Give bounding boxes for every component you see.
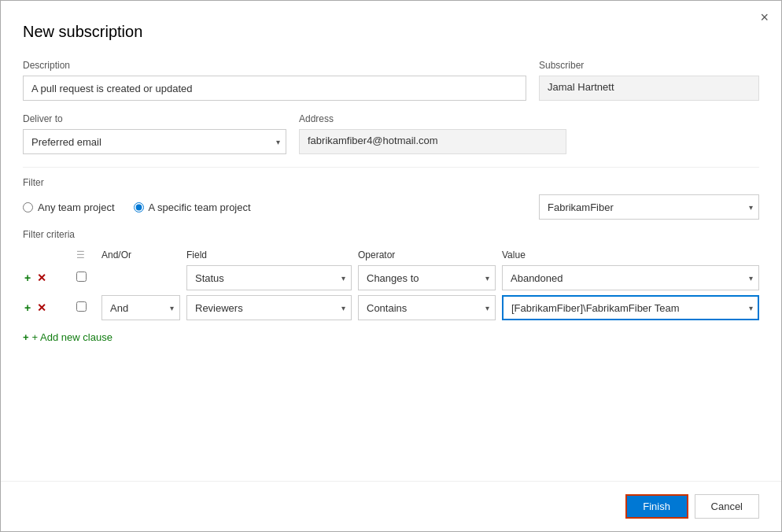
address-value: fabrikamfiber4@hotmail.com [299, 129, 566, 154]
subscriber-value: Jamal Hartnett [539, 76, 759, 101]
filter-label: Filter [23, 177, 759, 188]
dialog-title: New subscription [23, 23, 759, 41]
finish-button[interactable]: Finish [625, 494, 688, 519]
specific-team-project-option[interactable]: A specific team project [134, 201, 251, 213]
value-select-2[interactable]: [FabrikamFiber]\FabrikamFiber Team [502, 295, 759, 320]
row-1-checkbox[interactable] [76, 272, 87, 282]
operator-select-1[interactable]: Changes to Contains Equals [358, 265, 496, 290]
any-team-project-option[interactable]: Any team project [23, 201, 115, 213]
drag-icon: ☰ [76, 249, 85, 260]
add-row-1-button[interactable]: + [23, 272, 32, 283]
add-new-clause-button[interactable]: + + Add new clause [23, 328, 113, 346]
new-subscription-dialog: × New subscription Description Subscribe… [0, 0, 782, 532]
delete-row-1-button[interactable]: ✕ [35, 272, 48, 283]
andor-header: And/Or [101, 249, 180, 260]
deliver-to-select[interactable]: Preferred email SOAP Email [23, 129, 286, 154]
value-select-1[interactable]: Abandoned Active Completed [502, 265, 759, 290]
value-header: Value [502, 249, 759, 260]
add-row-2-button[interactable]: + [23, 302, 32, 313]
subscriber-label: Subscriber [539, 60, 759, 71]
andor-select-2[interactable]: And Or [101, 295, 180, 320]
operator-header: Operator [358, 249, 496, 260]
filter-criteria-label: Filter criteria [23, 229, 759, 240]
deliver-to-label: Deliver to [23, 113, 286, 124]
close-button[interactable]: × [760, 10, 769, 24]
cancel-button[interactable]: Cancel [695, 494, 759, 519]
project-select[interactable]: FabrikamFiber FabrikamFiber2 [539, 194, 759, 220]
operator-select-2[interactable]: Contains Changes to Equals [358, 295, 496, 320]
criteria-row-2: + ✕ And Or ▾ Reviewers [23, 295, 759, 320]
description-input[interactable] [23, 76, 526, 101]
dialog-footer: Finish Cancel [1, 481, 781, 531]
row-2-checkbox[interactable] [76, 301, 87, 312]
specific-team-project-label: A specific team project [149, 201, 251, 213]
specific-team-project-radio[interactable] [134, 202, 144, 212]
description-label: Description [23, 60, 526, 71]
any-team-project-radio[interactable] [23, 202, 33, 212]
field-select-1[interactable]: Status Repository Branch [186, 265, 352, 290]
field-header: Field [186, 249, 352, 260]
address-label: Address [299, 113, 566, 124]
criteria-row-1: + ✕ Status Repository Branch ▾ [23, 265, 759, 290]
field-select-2[interactable]: Reviewers Status Repository [186, 295, 352, 320]
add-clause-icon: + [23, 331, 29, 343]
add-clause-label: + Add new clause [32, 331, 113, 343]
any-team-project-label: Any team project [38, 201, 115, 213]
delete-row-2-button[interactable]: ✕ [35, 302, 48, 313]
